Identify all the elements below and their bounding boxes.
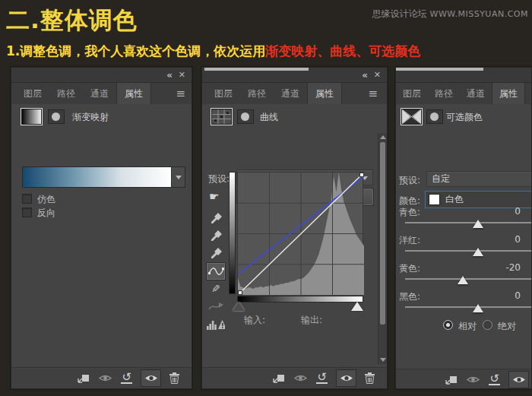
color-value: 白色 — [445, 193, 464, 206]
tab-layers[interactable]: 图层 — [16, 83, 49, 104]
toggle-visibility-button[interactable] — [336, 369, 356, 387]
reset-button[interactable]: ↺ — [121, 372, 132, 384]
tab-channels[interactable]: 通道 — [83, 83, 116, 104]
white-input-slider[interactable] — [351, 302, 363, 311]
toggle-visibility-button[interactable] — [141, 369, 161, 387]
tab-properties[interactable]: 属性 — [116, 83, 151, 104]
pencil-icon: ✎ — [211, 283, 220, 295]
panel-footer: ↺ — [11, 367, 192, 388]
tab-layers[interactable]: 图层 — [207, 83, 240, 104]
tab-paths[interactable]: 路径 — [428, 83, 460, 104]
scroll-down-icon[interactable] — [380, 358, 386, 362]
gradient-dropdown-button[interactable] — [171, 167, 185, 187]
dither-checkbox[interactable] — [22, 194, 32, 204]
gradient-map-content: 渐变映射 仿色 反向 — [11, 104, 192, 367]
gradient-picker[interactable] — [22, 166, 185, 188]
yellow-slider[interactable] — [405, 274, 532, 286]
adjustment-header: 渐变映射 — [11, 109, 192, 127]
panel-footer: ↺ — [396, 369, 532, 389]
clip-to-layer-button[interactable] — [78, 372, 90, 384]
yellow-value: -20 — [486, 262, 521, 273]
tab-channels[interactable]: 通道 — [274, 83, 307, 104]
view-previous-state-button[interactable] — [98, 373, 112, 383]
panel-tabbar: 图层 路径 通道 属性 — [396, 83, 532, 104]
adjustment-title: 渐变映射 — [72, 111, 109, 124]
cyan-value: 0 — [486, 206, 521, 217]
adjustment-header: 曲线 — [202, 109, 387, 127]
black-point-eyedropper[interactable] — [207, 211, 225, 227]
view-previous-state-button[interactable] — [293, 373, 308, 383]
collapse-panel-icon[interactable]: « — [166, 69, 172, 81]
slider-thumb[interactable] — [473, 248, 483, 256]
smooth-curve-tool[interactable] — [207, 298, 225, 315]
clip-to-layer-button[interactable] — [273, 372, 285, 384]
delete-adjustment-button[interactable] — [169, 372, 179, 384]
black-input-slider[interactable] — [233, 302, 245, 311]
close-panel-icon[interactable]: ✕ — [374, 69, 381, 81]
layer-mask-icon — [426, 109, 443, 124]
panel-titlebar[interactable] — [396, 68, 532, 83]
tab-channels[interactable]: 通道 — [460, 83, 492, 104]
close-panel-icon[interactable]: ✕ — [179, 69, 185, 81]
toggle-visibility-button[interactable] — [508, 371, 529, 388]
curve-grid[interactable] — [237, 172, 363, 294]
black-value: 0 — [486, 290, 521, 301]
cyan-slider[interactable] — [405, 217, 532, 230]
slider-thumb[interactable] — [473, 220, 483, 228]
adjustment-header: 可选颜色 — [396, 109, 532, 127]
panel-titlebar[interactable]: « ✕ — [11, 68, 192, 83]
gradient-preview[interactable] — [23, 167, 171, 187]
input-label: 输入: — [244, 314, 265, 327]
clip-to-layer-button[interactable] — [445, 374, 458, 385]
slider-track[interactable] — [405, 306, 532, 308]
scrollbar[interactable] — [378, 133, 387, 364]
tab-properties[interactable]: 属性 — [307, 83, 342, 104]
black-slider[interactable] — [405, 302, 532, 314]
white-point-eyedropper[interactable] — [207, 246, 225, 262]
slider-thumb[interactable] — [473, 304, 483, 312]
slider-thumb[interactable] — [458, 276, 468, 284]
slider-track[interactable] — [405, 250, 532, 252]
delete-adjustment-button[interactable] — [365, 372, 375, 384]
input-gradient-strip — [237, 296, 363, 303]
reset-button[interactable]: ↺ — [316, 372, 328, 384]
slider-track[interactable] — [405, 222, 532, 223]
point-curve-tool[interactable] — [207, 263, 225, 280]
panel-tabbar: 图层 路径 通道 属性 ≡ — [202, 83, 387, 104]
watermark: 思缘设计论坛 WWW.MISSYUAN.COM — [372, 8, 528, 21]
magenta-value: 0 — [486, 234, 521, 245]
selective-color-panel: 图层 路径 通道 属性 可选颜色 预设: 自定 颜色: — [395, 67, 532, 389]
gray-point-eyedropper[interactable] — [207, 228, 225, 245]
tab-paths[interactable]: 路径 — [49, 83, 83, 104]
tab-layers[interactable]: 图层 — [396, 83, 428, 104]
absolute-radio[interactable] — [483, 320, 492, 330]
targeted-adjustment-icon[interactable]: ☛ — [209, 190, 219, 204]
scroll-up-icon[interactable] — [380, 135, 386, 139]
gradient-map-panel: « ✕ 图层 路径 通道 属性 ≡ 渐变映射 仿色 — [11, 67, 192, 389]
adjustment-title: 曲线 — [260, 111, 278, 124]
selective-color-icon — [402, 109, 421, 124]
collapse-panel-icon[interactable]: « — [362, 69, 367, 81]
tab-properties[interactable]: 属性 — [492, 83, 525, 104]
preset-dropdown[interactable]: 自定 — [426, 171, 532, 187]
panel-menu-icon[interactable]: ≡ — [368, 87, 378, 100]
preset-label: 预设: — [399, 174, 420, 187]
panel-drag-stripe[interactable] — [396, 68, 483, 71]
panel-drag-stripe[interactable] — [204, 68, 309, 71]
curve-tools: ✎ — [207, 211, 226, 333]
reverse-checkbox[interactable] — [22, 208, 32, 217]
view-previous-state-button[interactable] — [466, 375, 480, 385]
output-gradient-strip — [229, 172, 236, 294]
panel-menu-icon[interactable]: ≡ — [176, 87, 185, 100]
output-label: 输出: — [301, 314, 322, 327]
white-color-swatch — [429, 194, 440, 205]
panel-titlebar[interactable]: « ✕ — [202, 68, 387, 83]
relative-radio[interactable] — [443, 320, 453, 330]
slider-track[interactable] — [405, 278, 532, 280]
histogram-warning-icon[interactable] — [207, 315, 225, 332]
scrollbar-thumb[interactable] — [380, 142, 385, 325]
pencil-curve-tool[interactable]: ✎ — [207, 280, 225, 297]
magenta-slider[interactable] — [405, 246, 532, 258]
reset-button[interactable]: ↺ — [489, 374, 500, 385]
tab-paths[interactable]: 路径 — [240, 83, 274, 104]
